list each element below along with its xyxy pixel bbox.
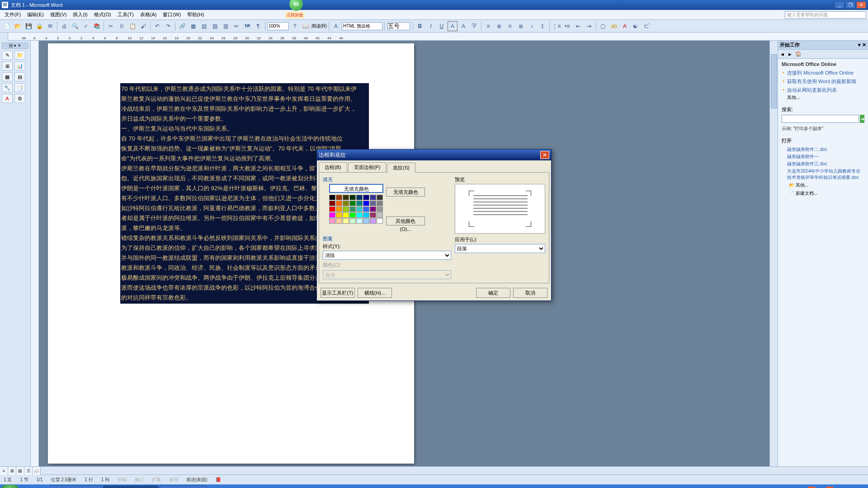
start-button[interactable]: ⊞ (1, 485, 19, 488)
align-center-button[interactable]: ≣ (494, 21, 504, 31)
color-swatch[interactable] (370, 212, 376, 218)
link-news[interactable]: 获取有关使用 Word 的最新新闻 (782, 77, 864, 86)
nav-forward-icon[interactable]: ► (788, 52, 793, 57)
color-swatch[interactable] (370, 206, 376, 212)
no-fill-button[interactable]: 无填充颜色 (386, 188, 425, 197)
spellcheck-button[interactable]: ✓ (81, 21, 91, 31)
ok-button[interactable]: 确定 (476, 288, 510, 298)
color-swatch[interactable] (363, 212, 369, 218)
search-input[interactable] (782, 115, 859, 123)
color-swatch[interactable] (363, 195, 369, 200)
hline-button[interactable]: 横线(H)... (358, 288, 392, 298)
ql-ie-icon[interactable]: e (30, 486, 39, 488)
color-swatch[interactable] (343, 195, 349, 200)
style-select[interactable]: 清除 (323, 251, 451, 260)
numbering-button[interactable]: ⋮≡ (552, 21, 561, 31)
color-swatch[interactable] (343, 218, 349, 224)
ql-player-icon[interactable]: ▶ (40, 486, 49, 488)
cut-button[interactable]: ✂ (106, 21, 116, 31)
insert-table-button[interactable]: ▤ (199, 21, 209, 31)
help-button[interactable]: ? (290, 21, 300, 31)
color-swatch[interactable] (329, 218, 335, 224)
minimize-button[interactable]: _ (835, 1, 844, 9)
nav-home-icon[interactable]: 🏠 (795, 51, 802, 57)
more-colors-button[interactable]: 其他颜色(O)... (386, 216, 425, 225)
link-other[interactable]: 其他... (782, 94, 864, 101)
color-swatch[interactable] (329, 206, 335, 212)
research-button[interactable]: 📚 (92, 21, 102, 31)
color-swatch[interactable] (349, 195, 356, 200)
color-swatch[interactable] (349, 201, 356, 206)
color-swatch[interactable] (336, 218, 342, 224)
panel-btn-8[interactable]: 📑 (14, 83, 25, 92)
decrease-indent-button[interactable]: ⇤ (573, 21, 583, 31)
nav-back-icon[interactable]: ◄ (780, 52, 785, 57)
html-preset-select[interactable] (342, 22, 382, 30)
bold-button[interactable]: B (415, 21, 425, 31)
recent-file-2[interactable]: 融资融券附件一 (782, 153, 864, 160)
show-toolbar-button[interactable]: 显示工具栏(T) (321, 288, 355, 298)
view-normal-button[interactable]: ≡ (0, 467, 8, 475)
increase-indent-button[interactable]: ⇥ (584, 21, 594, 31)
color-swatch[interactable] (377, 201, 383, 206)
color-swatch[interactable] (363, 206, 369, 212)
menu-tools[interactable]: 工具(T) (115, 10, 137, 19)
color-swatch[interactable] (336, 195, 342, 200)
taskbar-task-1[interactable]: 伊斯兰教和国际形势... (50, 485, 102, 488)
color-swatch[interactable] (349, 218, 356, 224)
color-swatch[interactable] (356, 218, 363, 224)
color-swatch[interactable] (329, 212, 335, 218)
menu-insert[interactable]: 插入(I) (70, 10, 90, 19)
dialog-close-button[interactable]: ✕ (540, 151, 549, 159)
taskpane-close-icon[interactable]: ▾ ✕ (858, 42, 866, 48)
color-swatch[interactable] (377, 195, 383, 200)
open-other[interactable]: 📂 其他... (782, 181, 864, 189)
style-button[interactable]: A (331, 21, 341, 31)
color-swatch[interactable] (377, 212, 383, 218)
menu-file[interactable]: 文件(F) (2, 10, 24, 19)
panel-btn-6[interactable]: ▤ (14, 72, 25, 81)
panel-btn-9[interactable]: A (2, 94, 13, 103)
docmap-button[interactable]: 🗺 (242, 21, 252, 31)
highlight-button[interactable]: ab (609, 21, 619, 31)
recent-file-3[interactable]: 融资融券附件三.doc (782, 160, 864, 168)
menu-table[interactable]: 表格(A) (137, 10, 160, 19)
hyperlink-button[interactable]: 🔗 (177, 21, 187, 31)
border-button[interactable]: ▢ (598, 21, 608, 31)
print-button[interactable]: 🖨 (59, 21, 69, 31)
search-go-button[interactable]: ➜ (860, 115, 864, 123)
new-doc-button[interactable]: 📄 (2, 21, 12, 31)
taskbar-task-3[interactable]: 未命名1.bmp - 画图 (160, 485, 207, 488)
taskbar-task-2[interactable]: 文档 1 - Microsoft Word (103, 485, 158, 488)
menu-help[interactable]: 帮助(H) (184, 10, 207, 19)
color-swatch[interactable] (356, 195, 363, 200)
tab-borders[interactable]: 边框(B) (319, 162, 347, 172)
font-effect-button[interactable]: 字 (469, 21, 479, 31)
panel-btn-4[interactable]: 📊 (14, 61, 25, 70)
view-outline-button[interactable]: ☰ (24, 467, 33, 475)
link-update[interactable]: 自动从网站更新此列表 (782, 86, 864, 94)
close-button[interactable]: ✕ (856, 1, 866, 9)
color-swatch[interactable] (363, 218, 369, 224)
char-border-button[interactable]: A (448, 21, 458, 31)
color-swatch[interactable] (336, 212, 342, 218)
paragraph-marks-button[interactable]: ¶ (253, 21, 263, 31)
line-spacing-button[interactable]: ‡ (538, 21, 547, 31)
paste-button[interactable]: 📋 (127, 21, 137, 31)
apply-to-select[interactable]: 段落 (455, 244, 545, 253)
status-book-icon[interactable]: 📕 (216, 477, 221, 482)
color-swatch[interactable] (370, 201, 376, 206)
read-button[interactable]: 📖 (301, 21, 311, 31)
accelerator-bubble[interactable]: 95 点我加速 (276, 0, 312, 16)
color-swatch[interactable] (370, 195, 376, 200)
table-button[interactable]: ▦ (188, 21, 198, 31)
zoom-select[interactable] (267, 22, 289, 30)
permission-button[interactable]: 🔒 (34, 21, 44, 31)
view-print-button[interactable]: ▤ (16, 467, 24, 475)
menu-edit[interactable]: 编辑(E) (24, 10, 47, 19)
columns-button[interactable]: ▥ (221, 21, 231, 31)
view-web-button[interactable]: ⊞ (8, 467, 16, 475)
tab-page-border[interactable]: 页面边框(P) (348, 162, 387, 172)
ql-desktop-icon[interactable]: 🖥 (20, 486, 29, 488)
panel-btn-10[interactable]: ⚙ (14, 94, 25, 103)
